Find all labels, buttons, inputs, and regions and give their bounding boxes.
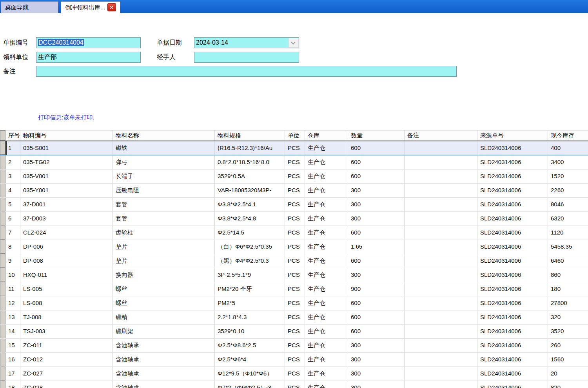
cell-stock[interactable]: 8046	[548, 198, 588, 211]
row-selector[interactable]	[0, 198, 5, 211]
cell-unit[interactable]: PCS	[285, 381, 305, 388]
cell-spec[interactable]: （白）Φ6*Φ2.5*0.35	[215, 240, 285, 254]
row-selector[interactable]	[0, 155, 5, 169]
row-selector[interactable]	[0, 240, 5, 254]
cell-qty[interactable]: 300	[348, 381, 405, 388]
cell-no[interactable]: 17	[5, 367, 20, 381]
cell-qty[interactable]: 300	[348, 353, 405, 366]
cell-stock[interactable]: 6460	[548, 254, 588, 268]
cell-spec[interactable]: Φ2.5*Φ6*4	[215, 353, 285, 366]
col-header-qty[interactable]: 数量	[348, 130, 405, 141]
row-selector[interactable]	[0, 268, 5, 282]
table-row[interactable]: 8DP-006垫片（白）Φ6*Φ2.5*0.35PCS生产仓1.65SLD240…	[0, 240, 588, 254]
cell-src[interactable]: SLD240314006	[477, 184, 548, 197]
cell-spec[interactable]: Φ7*2（Φ6*Φ2.5）-3	[215, 381, 285, 388]
cell-code[interactable]: ZC-012	[20, 353, 113, 366]
row-selector[interactable]	[0, 353, 5, 366]
cell-code[interactable]: LS-008	[20, 296, 113, 310]
cell-rem[interactable]	[405, 268, 477, 282]
close-icon[interactable]: ✕	[107, 3, 116, 11]
cell-src[interactable]: SLD240314006	[477, 170, 548, 183]
cell-code[interactable]: ZC-028	[20, 381, 113, 388]
row-selector[interactable]	[0, 184, 5, 197]
table-row[interactable]: 14TSJ-003碳刷架3529*0.10PCS生产仓600SLD2403140…	[0, 325, 588, 339]
cell-unit[interactable]: PCS	[285, 226, 305, 240]
row-selector[interactable]	[0, 367, 5, 381]
cell-name[interactable]: 螺丝	[113, 296, 215, 310]
cell-stock[interactable]: 1120	[548, 226, 588, 240]
cell-code[interactable]: TSJ-003	[20, 325, 113, 338]
cell-wh[interactable]: 生产仓	[305, 240, 348, 254]
col-header-warehouse[interactable]: 仓库	[305, 130, 348, 141]
cell-rem[interactable]	[405, 296, 477, 310]
cell-rem[interactable]	[405, 226, 477, 240]
cell-code[interactable]: LS-005	[20, 282, 113, 296]
cell-unit[interactable]: PCS	[285, 367, 305, 381]
cell-name[interactable]: 含油轴承	[113, 339, 215, 352]
col-header-seq[interactable]: 序号	[5, 130, 20, 141]
cell-name[interactable]: 含油轴承	[113, 367, 215, 381]
cell-unit[interactable]: PCS	[285, 212, 305, 226]
cell-name[interactable]: 垫片	[113, 240, 215, 254]
cell-spec[interactable]: VAR-18085320M3P-	[215, 184, 285, 197]
cell-src[interactable]: SLD240314006	[477, 198, 548, 211]
cell-qty[interactable]: 600	[348, 254, 405, 268]
cell-qty[interactable]: 900	[348, 282, 405, 296]
cell-code[interactable]: 37-D003	[20, 212, 113, 226]
cell-no[interactable]: 5	[5, 198, 20, 211]
cell-code[interactable]: 035-V001	[20, 170, 113, 183]
cell-unit[interactable]: PCS	[285, 310, 305, 324]
col-header-code[interactable]: 物料编号	[20, 130, 113, 141]
cell-qty[interactable]: 300	[348, 367, 405, 381]
cell-qty[interactable]: 300	[348, 339, 405, 352]
cell-unit[interactable]: PCS	[285, 240, 305, 254]
doc-date-combobox[interactable]: 2024-03-14	[194, 37, 299, 48]
cell-spec[interactable]: Φ2.5*14.5	[215, 226, 285, 240]
cell-unit[interactable]: PCS	[285, 155, 305, 169]
cell-name[interactable]: 压敏电阻	[113, 184, 215, 197]
table-row[interactable]: 12LS-008螺丝PM2*5PCS生产仓600SLD2403140062780…	[0, 296, 588, 310]
cell-no[interactable]: 9	[5, 254, 20, 268]
cell-qty[interactable]: 600	[348, 325, 405, 338]
cell-spec[interactable]: 3529*0.5A	[215, 170, 285, 183]
table-row[interactable]: 13TJ-008碳精2.2*1.8*4.3PCS生产仓600SLD2403140…	[0, 310, 588, 325]
col-header-source[interactable]: 来源单号	[477, 130, 548, 141]
cell-code[interactable]: HXQ-011	[20, 268, 113, 282]
cell-name[interactable]: 套管	[113, 198, 215, 211]
unit-input[interactable]: 生产部	[36, 52, 141, 63]
row-selector[interactable]	[0, 212, 5, 226]
row-selector[interactable]	[0, 381, 5, 388]
cell-src[interactable]: SLD240314006	[477, 254, 548, 268]
table-row[interactable]: 2035-TG02弹弓0.8*2.0*18.5*16*8.0PCS生产仓600S…	[0, 155, 588, 170]
cell-src[interactable]: SLD240314006	[477, 310, 548, 324]
cell-wh[interactable]: 生产仓	[305, 155, 348, 169]
cell-no[interactable]: 4	[5, 184, 20, 197]
cell-spec[interactable]: PM2*5	[215, 296, 285, 310]
cell-no[interactable]: 12	[5, 296, 20, 310]
doc-no-input[interactable]: DCC240314004	[36, 37, 141, 48]
table-row[interactable]: 9DP-008垫片（黑）Φ4*Φ2.5*0.3PCS生产仓600SLD24031…	[0, 254, 588, 268]
cell-rem[interactable]	[405, 155, 477, 169]
cell-unit[interactable]: PCS	[285, 254, 305, 268]
cell-src[interactable]: SLD240314006	[477, 353, 548, 366]
cell-code[interactable]: ZC-027	[20, 367, 113, 381]
cell-rem[interactable]	[405, 353, 477, 366]
remark-input[interactable]	[36, 66, 457, 77]
cell-name[interactable]: 碳精	[113, 310, 215, 324]
cell-name[interactable]: 磁铁	[113, 141, 215, 155]
cell-src[interactable]: SLD240314006	[477, 381, 548, 388]
cell-wh[interactable]: 生产仓	[305, 325, 348, 338]
cell-stock[interactable]: 2260	[548, 184, 588, 197]
cell-no[interactable]: 14	[5, 325, 20, 338]
cell-name[interactable]: 垫片	[113, 254, 215, 268]
table-row[interactable]: 10HXQ-011换向器3P-2.5*5.1*9PCS生产仓300SLD2403…	[0, 268, 588, 282]
cell-no[interactable]: 7	[5, 226, 20, 240]
cell-no[interactable]: 16	[5, 353, 20, 366]
cell-wh[interactable]: 生产仓	[305, 282, 348, 296]
cell-unit[interactable]: PCS	[285, 141, 305, 155]
cell-rem[interactable]	[405, 381, 477, 388]
table-row[interactable]: 537-D001套管Φ3.8*Φ2.5*4.1PCS生产仓300SLD24031…	[0, 198, 588, 212]
table-row[interactable]: 15ZC-011含油轴承Φ2.5*Φ8.6*2.5PCS生产仓300SLD240…	[0, 339, 588, 353]
cell-name[interactable]: 含油轴承	[113, 381, 215, 388]
cell-unit[interactable]: PCS	[285, 353, 305, 366]
